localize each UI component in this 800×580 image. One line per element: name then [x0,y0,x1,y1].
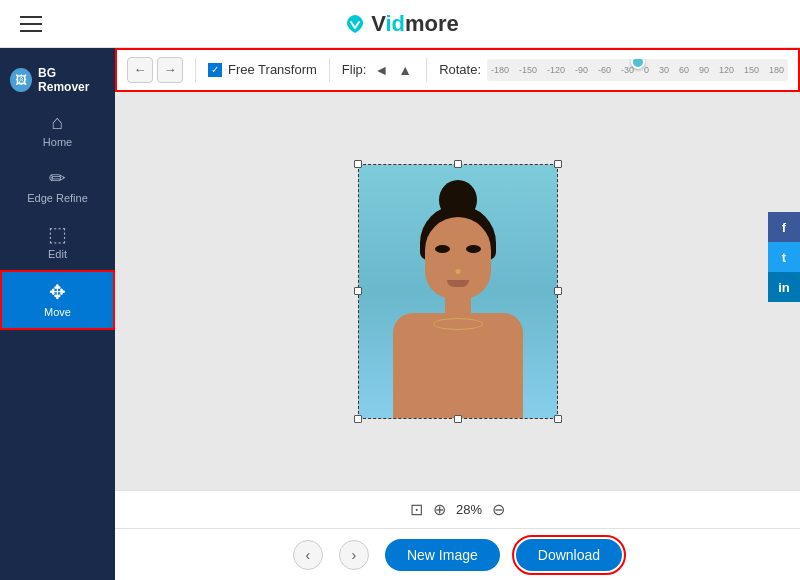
free-transform-checkbox[interactable] [208,63,222,77]
zoom-level: 28% [456,502,482,517]
sidebar-home-label: Home [43,136,72,148]
redo-button[interactable]: → [157,57,183,83]
sidebar-brand-icon: 🖼 [10,68,32,92]
flip-group: Flip: ◄ ▲ [342,60,414,80]
handle-bottom-middle[interactable] [454,415,462,423]
free-transform-label: Free Transform [228,62,317,77]
home-icon: ⌂ [51,112,63,132]
handle-top-right[interactable] [554,160,562,168]
new-image-button[interactable]: New Image [385,539,500,571]
rotate-slider-container: -180 -150 -120 -90 -60 -30 0 30 60 90 12… [487,59,788,81]
flip-label: Flip: [342,62,367,77]
logo-icon [341,13,369,35]
toolbar-divider-1 [195,58,196,82]
rotate-scale[interactable]: -180 -150 -120 -90 -60 -30 0 30 60 90 12… [487,59,788,81]
undo-redo-group: ← → [127,57,183,83]
sidebar-item-edge-refine[interactable]: ✏ Edge Refine [0,158,115,214]
footer-bar: ‹ › New Image Download [115,528,800,580]
canvas-area: f t in [115,92,800,490]
menu-button[interactable] [20,16,42,32]
main-layout: 🖼 BG Remover ⌂ Home ✏ Edge Refine ⬚ Edit… [0,48,800,580]
content-area: ← → Free Transform Flip: ◄ ▲ Rotate: [115,48,800,580]
next-button[interactable]: › [339,540,369,570]
rotate-group: Rotate: -180 -150 -120 -90 -60 -30 0 30 … [439,59,788,81]
linkedin-share-button[interactable]: in [768,272,800,302]
edge-refine-icon: ✏ [49,168,66,188]
face [425,217,491,299]
handle-middle-left[interactable] [354,287,362,295]
sidebar-item-move[interactable]: ✥ Move [0,270,115,330]
free-transform-group: Free Transform [208,62,317,77]
toolbar-divider-3 [426,58,427,82]
mouth [447,280,469,287]
flip-horizontal-button[interactable]: ◄ [372,60,390,80]
zoom-bar: ⊡ ⊕ 28% ⊖ [115,490,800,528]
sidebar-edge-label: Edge Refine [27,192,88,204]
image-preview [358,164,558,419]
toolbar-divider-2 [329,58,330,82]
facebook-share-button[interactable]: f [768,212,800,242]
left-eye [435,245,450,253]
sidebar-brand-label: BG Remover [38,66,105,94]
zoom-in-button[interactable]: ⊕ [433,502,446,518]
handle-top-middle[interactable] [454,160,462,168]
logo: Vidmore [341,11,459,37]
flip-vertical-button[interactable]: ▲ [396,60,414,80]
right-eye [466,245,481,253]
rotate-label: Rotate: [439,62,481,77]
portrait [359,165,557,418]
sidebar-brand: 🖼 BG Remover [0,58,115,102]
undo-button[interactable]: ← [127,57,153,83]
image-container[interactable] [358,164,558,419]
download-button[interactable]: Download [516,539,622,571]
sidebar-move-label: Move [44,306,71,318]
twitter-share-button[interactable]: t [768,242,800,272]
zoom-out-button[interactable]: ⊖ [492,502,505,518]
necklace [433,318,483,330]
sidebar-item-edit[interactable]: ⬚ Edit [0,214,115,270]
move-icon: ✥ [49,282,66,302]
toolbar: ← → Free Transform Flip: ◄ ▲ Rotate: [115,48,800,92]
handle-bottom-right[interactable] [554,415,562,423]
handle-middle-right[interactable] [554,287,562,295]
prev-button[interactable]: ‹ [293,540,323,570]
sidebar-item-home[interactable]: ⌂ Home [0,102,115,158]
logo-text: Vidmore [371,11,459,37]
nose-stud [455,269,460,274]
sidebar: 🖼 BG Remover ⌂ Home ✏ Edge Refine ⬚ Edit… [0,48,115,580]
handle-bottom-left[interactable] [354,415,362,423]
social-share-sidebar: f t in [768,212,800,302]
handle-top-left[interactable] [354,160,362,168]
sidebar-edit-label: Edit [48,248,67,260]
header: Vidmore [0,0,800,48]
shoulders [393,313,523,419]
fit-screen-button[interactable]: ⊡ [410,502,423,518]
edit-icon: ⬚ [48,224,67,244]
